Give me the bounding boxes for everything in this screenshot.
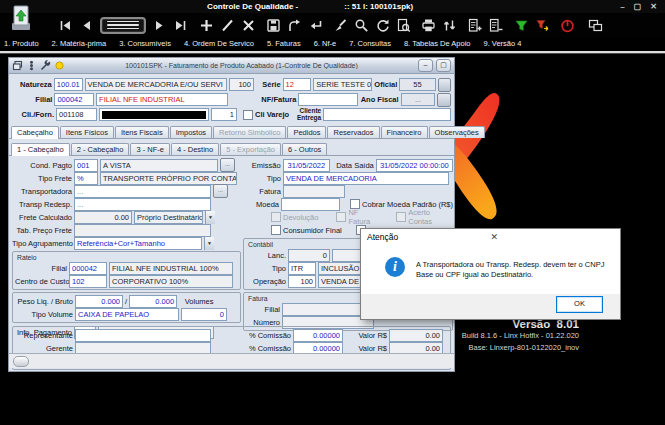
tab-reservados[interactable]: Reservados <box>327 126 379 138</box>
cli-forn-name-field[interactable] <box>99 108 209 121</box>
tab-observacoes[interactable]: Observações <box>429 126 485 138</box>
filial-code-field[interactable]: 000042 <box>54 93 94 106</box>
print-preview-icon[interactable] <box>396 18 411 33</box>
nav-previous-icon[interactable] <box>79 18 94 33</box>
sort-icon[interactable] <box>442 18 457 33</box>
menu-item-tabelas-apoio[interactable]: 8. Tabelas De Apoio <box>404 39 471 48</box>
tab-impostos[interactable]: Impostos <box>170 126 212 138</box>
subtab-2-cabecalho[interactable]: 2 - Cabeçalho <box>71 143 130 155</box>
app-title: Controle De Qualidade - <box>207 0 298 13</box>
nf-fatura-field[interactable] <box>298 93 358 106</box>
rateio-filial-label: Filial <box>15 264 67 273</box>
menu-separator <box>0 51 665 54</box>
clear-brush-icon[interactable] <box>333 18 348 33</box>
operacao-code-field[interactable]: 100 <box>288 275 316 288</box>
tab-cabecalho[interactable]: Cabeçalho <box>11 126 59 139</box>
emissao-field[interactable]: 31/05/2022 <box>283 159 331 172</box>
filter-apply-icon[interactable] <box>514 18 529 33</box>
tipo-agrupamento-dropdown-icon[interactable]: ▼ <box>204 237 214 250</box>
transp-redesp-field[interactable]: ... <box>74 198 211 211</box>
menu-item-produto[interactable]: 1. Produto <box>4 39 39 48</box>
window-switch-icon[interactable] <box>588 18 603 33</box>
ano-fiscal-field[interactable]: ... <box>401 93 436 106</box>
contabil-tipo-label: Tipo <box>246 264 286 273</box>
exit-icon[interactable] <box>560 18 575 33</box>
delete-record-icon[interactable] <box>241 18 256 33</box>
tab-financeiro[interactable]: Financeiro <box>381 126 428 138</box>
cond-pagto-lookup-button[interactable]: ... <box>220 158 235 172</box>
search-icon[interactable] <box>354 18 369 33</box>
transportadora-lookup-button[interactable]: ... <box>213 184 228 198</box>
representante-field[interactable] <box>75 329 211 342</box>
volumes-field[interactable]: 0 <box>181 308 227 321</box>
bulb-icon[interactable] <box>54 60 65 71</box>
tipo-volume-field[interactable]: CAIXA DE PAPELAO <box>75 308 179 321</box>
menu-item-consumiveis[interactable]: 3. Consumíveis <box>119 39 171 48</box>
ano-fiscal-button[interactable] <box>437 93 451 107</box>
consumidor-final-checkbox[interactable] <box>271 225 281 235</box>
save-record-icon[interactable] <box>266 18 281 33</box>
close-button[interactable]: ✕ <box>650 2 657 11</box>
transportadora-field[interactable]: ... <box>74 185 211 198</box>
menu-item-versao4[interactable]: 9. Versão 4 <box>484 39 522 48</box>
filter-clear-icon[interactable] <box>535 18 550 33</box>
moeda-field[interactable] <box>281 198 340 211</box>
window-titlebar: 100101SPK - Faturamento de Produto Acaba… <box>9 58 454 74</box>
subtab-4-destino[interactable]: 4 - Destino <box>171 143 219 155</box>
redo-icon[interactable] <box>287 18 302 33</box>
tab-itens-fiscais[interactable]: Itens Fiscais <box>115 126 169 138</box>
minimize-button[interactable]: – <box>620 2 624 11</box>
wrench-icon[interactable] <box>40 60 51 71</box>
subtab-1-cabecalho[interactable]: 1 - Cabeçalho <box>11 143 70 156</box>
subtab-3-nfe[interactable]: 3 - NF-e <box>130 143 170 155</box>
confirm-icon[interactable] <box>308 18 323 33</box>
tipo-field[interactable]: VENDA DE MERCADORIA <box>283 172 449 185</box>
dialog-close-icon[interactable]: ✕ <box>491 232 615 242</box>
comissao1-field[interactable]: 0.00000 <box>293 329 343 342</box>
menu-item-ordem-servico[interactable]: 4. Ordem De Servico <box>184 39 254 48</box>
maximize-button[interactable]: ▢ <box>634 2 642 11</box>
frete-modo-dropdown-icon[interactable]: ▼ <box>205 211 215 224</box>
subtab-6-outros[interactable]: 6 - Outros <box>282 143 327 155</box>
print-icon[interactable] <box>421 18 436 33</box>
refresh-icon[interactable] <box>375 18 390 33</box>
window-minimize-button[interactable]: – <box>418 59 433 72</box>
serie-lookup-button[interactable] <box>438 78 451 92</box>
nav-last-icon[interactable] <box>173 18 188 33</box>
lanc-field: 0 <box>288 249 330 262</box>
peso-bruto-field[interactable]: 0.000 <box>129 295 177 308</box>
dialog-title: Atenção <box>367 232 491 242</box>
records-list-button[interactable] <box>100 17 146 34</box>
menu-item-faturas[interactable]: 5. Faturas <box>267 39 301 48</box>
tab-pedidos[interactable]: Pedidos <box>287 126 326 138</box>
cliente-entrega-field[interactable] <box>323 108 451 121</box>
menu-item-materia-prima[interactable]: 2. Matéria-prima <box>52 39 107 48</box>
menu-item-nfe[interactable]: 6. Nf-e <box>314 39 337 48</box>
menu-item-consultas[interactable]: 7. Consultas <box>349 39 391 48</box>
window-maximize-button[interactable]: ▢ <box>436 59 451 72</box>
frete-modo-field[interactable]: Próprio Destinatário <box>134 211 203 224</box>
doc-add-icon[interactable] <box>467 18 482 33</box>
status-lights-icon[interactable] <box>26 60 37 71</box>
add-record-icon[interactable] <box>199 18 214 33</box>
natureza-code-field[interactable]: 100.01 <box>54 78 83 91</box>
nav-first-icon[interactable] <box>58 18 73 33</box>
edit-record-icon[interactable] <box>220 18 235 33</box>
tipo-agrupamento-field[interactable]: Referência+Cor+Tamanho <box>74 237 202 250</box>
serie-code-field[interactable]: 12 <box>283 78 312 91</box>
ok-button[interactable]: OK <box>556 296 603 313</box>
peso-liquido-field[interactable]: 0.000 <box>75 295 123 308</box>
transp-redesp-label: Transp Redesp. <box>12 200 72 209</box>
centro-custo-code-field[interactable]: 102 <box>69 275 107 288</box>
doc-remove-icon[interactable] <box>488 18 503 33</box>
data-saida-field[interactable]: 31/05/2022 00:00:00 <box>376 159 453 172</box>
window-restore-icon[interactable] <box>12 60 23 71</box>
rateio-filial-code-field[interactable]: 000042 <box>69 262 107 275</box>
cond-pagto-code-field[interactable]: 001 <box>74 159 98 172</box>
tab-itens-fisicos[interactable]: Itens Físicos <box>60 126 114 138</box>
nav-next-icon[interactable] <box>152 18 167 33</box>
cli-varejo-checkbox[interactable] <box>243 110 253 120</box>
cli-forn-code-field[interactable]: 001108 <box>56 108 97 121</box>
contabil-tipo-code-field[interactable]: ITR <box>288 262 316 275</box>
tipo-frete-code-field[interactable]: % <box>74 172 98 185</box>
